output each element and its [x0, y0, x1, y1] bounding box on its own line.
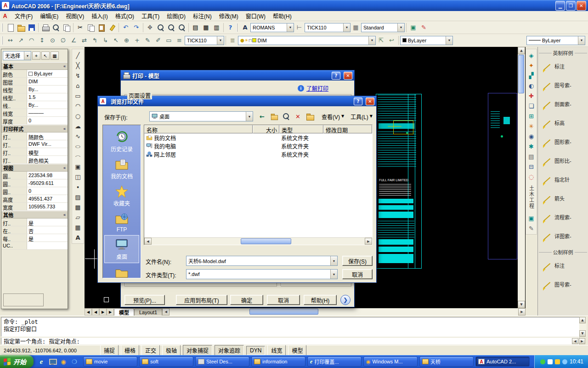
delete-button[interactable]: ✕	[293, 111, 303, 121]
dim-continue-button[interactable]: ↳	[100, 35, 111, 46]
ortho-toggle[interactable]: 正交	[141, 345, 160, 356]
dim-update-button[interactable]: ▭	[164, 35, 174, 46]
palette-item[interactable]: 剖面索-	[538, 95, 588, 114]
menu-draw[interactable]: 绘图(D)	[163, 11, 189, 21]
designcenter-button[interactable]: ▦	[201, 22, 211, 33]
menu-tools[interactable]: 工具(T)	[138, 11, 163, 21]
next-tab-button[interactable]: ▶	[99, 308, 107, 316]
taskbar-task[interactable]: ◉Windows M...	[363, 356, 418, 367]
dim-baseline-button[interactable]: ↰	[90, 35, 100, 46]
tool-palettes-button[interactable]: ▥	[211, 22, 222, 33]
preview-button[interactable]: 预览(P)...	[124, 295, 165, 305]
properties-button[interactable]: ▤	[190, 22, 201, 33]
property-row[interactable]: 圆..0	[1, 187, 68, 195]
hatch-button[interactable]: ▨	[73, 192, 83, 202]
lineweight-toggle[interactable]: 线宽	[267, 345, 286, 356]
menu-edit[interactable]: 编辑(E)	[36, 11, 62, 21]
property-row[interactable]: 圆..223534.98	[1, 172, 68, 179]
close-icon[interactable]: ✕	[344, 72, 352, 80]
restore-button[interactable]: ❐	[566, 1, 576, 11]
polar-toggle[interactable]: 极轴	[162, 345, 181, 356]
section-plot-style[interactable]: 打印样式«	[1, 125, 68, 132]
tools-menu-button[interactable]: 工具(L)▼	[347, 111, 376, 121]
canvas-vertical-scrollbar[interactable]: ▲ ▼	[518, 47, 525, 308]
chevron-down-icon[interactable]: ▼	[217, 36, 224, 45]
palette-item[interactable]: 标注	[538, 257, 588, 276]
show-desktop-icon[interactable]	[48, 357, 57, 366]
toolbar-button[interactable]: ▞	[526, 70, 536, 80]
cancel-button[interactable]: 取消	[342, 269, 373, 279]
point-button[interactable]: ∙	[73, 182, 83, 192]
ok-button[interactable]: 确定	[230, 295, 263, 305]
start-button[interactable]: 开始	[0, 355, 34, 368]
file-row[interactable]: 我的文档 系统文件夹	[144, 133, 372, 142]
dim-aligned-button[interactable]: ↗	[16, 35, 26, 46]
menu-dimension[interactable]: 标注(N)	[189, 11, 215, 21]
selection-combo[interactable]: 无选择▼	[3, 51, 31, 60]
canvas-horizontal-scrollbar[interactable]: ◀ ▶	[162, 308, 526, 316]
menu-format[interactable]: 格式(O)	[112, 11, 138, 21]
markup-set-manager-button[interactable]: ✎	[418, 22, 429, 33]
toolbar-button[interactable]: ◈	[526, 50, 536, 60]
taskbar-task[interactable]: 天桥	[419, 356, 474, 367]
scroll-right-button[interactable]: ▶	[365, 238, 372, 245]
prompt-scroll-left[interactable]: ◀	[572, 338, 578, 344]
spline-button[interactable]: ∿	[73, 131, 83, 141]
menu-view[interactable]: 视图(V)	[62, 11, 88, 21]
select-objects-button[interactable]: ↖	[41, 52, 50, 60]
menu-modify[interactable]: 修改(M)	[215, 11, 242, 21]
quick-select-button[interactable]: ▦	[51, 52, 59, 60]
dim-style-manager-button[interactable]: ≡	[174, 35, 185, 46]
quick-dim-button[interactable]: ⇄	[79, 35, 90, 46]
help-button[interactable]: ?	[225, 22, 236, 33]
prompt-scroll-right[interactable]: ▶	[579, 338, 585, 344]
messenger-icon[interactable]: ❍	[70, 357, 79, 366]
toolbar-button[interactable]: ⊟	[526, 161, 536, 172]
taskbar-task[interactable]: soft	[139, 356, 193, 367]
open-button[interactable]	[16, 22, 26, 33]
back-button[interactable]: ←	[257, 111, 267, 121]
text-style-button[interactable]: A	[240, 22, 250, 33]
property-row[interactable]: 高度49551.437	[1, 195, 68, 203]
tray-icon[interactable]	[548, 359, 553, 364]
taskbar-task[interactable]: movie	[83, 356, 137, 367]
place-my-documents[interactable]: 我的文档	[104, 155, 139, 182]
polyline-button[interactable]: ↯	[73, 70, 83, 80]
arc-button[interactable]: ◠	[73, 101, 83, 111]
more-options-button[interactable]: ❯	[340, 295, 351, 305]
toolbar-button[interactable]: ✱	[526, 141, 536, 151]
clock[interactable]: 10:41	[570, 358, 583, 365]
palette-item[interactable]: 图号索-	[538, 276, 588, 294]
publish-button[interactable]	[61, 22, 72, 33]
construction-line-button[interactable]: ╳	[73, 60, 83, 70]
tab-layout1[interactable]: Layout1	[134, 308, 162, 316]
center-mark-button[interactable]: +	[132, 35, 142, 46]
undo-button[interactable]: ↶	[120, 22, 131, 33]
revision-cloud-button[interactable]: ☁	[73, 121, 83, 131]
scroll-left-button[interactable]: ◀	[162, 308, 170, 316]
property-row[interactable]: 每..是	[1, 234, 68, 242]
menu-window[interactable]: 窗口(W)	[242, 11, 269, 21]
taskbar-task-active[interactable]: AAutoCAD 2...	[475, 356, 530, 367]
views-menu-button[interactable]: 查看(V)▼	[318, 111, 347, 121]
column-name[interactable]: 名称	[144, 125, 253, 133]
model-toggle[interactable]: 模型	[288, 345, 306, 356]
property-row[interactable]: 打..模型	[1, 148, 68, 156]
horizontal-scroll-thumb[interactable]	[241, 238, 291, 244]
filetype-combo[interactable]: *.dwf ▼	[186, 269, 338, 279]
place-buzzsaw[interactable]	[104, 263, 139, 278]
help-button[interactable]: 帮助(H)	[304, 295, 337, 305]
chevron-down-icon[interactable]: ▼	[397, 23, 404, 32]
property-row[interactable]: 线宽———	[1, 109, 68, 117]
plot-preview-button[interactable]	[51, 22, 61, 33]
horizontal-scroll-thumb[interactable]	[249, 309, 318, 315]
dim-style-button[interactable]: ⊢	[294, 22, 305, 33]
grid-toggle[interactable]: 栅格	[121, 345, 139, 356]
toolbar-grip[interactable]	[2, 36, 3, 45]
collapse-icon[interactable]: «	[63, 64, 66, 69]
save-in-combo[interactable]: 桌面 ▼	[149, 111, 253, 121]
toolbar-grip[interactable]	[2, 23, 3, 32]
color-control-combo[interactable]: ByLayer ▼	[400, 36, 453, 45]
prev-tab-button[interactable]: ◀	[92, 308, 99, 316]
toolbar-button[interactable]: ◉	[526, 131, 536, 141]
